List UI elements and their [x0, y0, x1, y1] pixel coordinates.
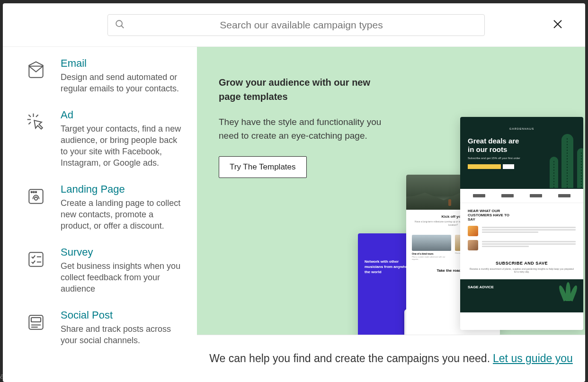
campaign-desc: Get business insights when you collect f…: [61, 260, 183, 295]
template-mockups: BAND Network with other musicians from a…: [344, 117, 585, 335]
svg-line-1: [121, 26, 124, 28]
campaign-item-landing-page[interactable]: Landing Page Create a landing page to co…: [26, 178, 183, 240]
card-title: One of a kind tours: [412, 252, 451, 255]
campaign-title: Social Post: [61, 309, 183, 321]
campaign-title: Survey: [61, 246, 183, 258]
svg-line-6: [28, 115, 31, 117]
modal-header: [3, 3, 585, 47]
footer-text: We can help you find and create the camp…: [209, 352, 490, 365]
svg-line-7: [36, 115, 38, 117]
close-button[interactable]: [551, 18, 564, 32]
let-us-guide-you-link[interactable]: Let us guide you: [493, 352, 573, 365]
mockup-hero-title: Great deals are in our roots: [468, 137, 525, 154]
testimonial-heading: HEAR WHAT OUR CUSTOMERS HAVE TO SAY: [468, 209, 510, 222]
svg-point-12: [36, 191, 37, 193]
social-post-icon: [26, 312, 46, 333]
svg-rect-14: [29, 252, 43, 266]
search-icon: [115, 19, 125, 31]
email-icon: [26, 60, 46, 81]
landing-page-icon: [26, 186, 46, 207]
mockup-brand: GARDENHAUS: [468, 127, 576, 130]
try-templates-button[interactable]: Try The Templates: [219, 156, 307, 178]
modal-footer: We can help you find and create the camp…: [197, 335, 585, 382]
campaign-title: Landing Page: [61, 183, 183, 195]
campaign-desc: Create a landing page to collect new con…: [61, 197, 183, 232]
mockup-gardenhaus: GARDENHAUS Great deals are in our roots …: [460, 117, 583, 330]
campaign-item-social-post[interactable]: Social Post Share and track posts across…: [26, 303, 183, 355]
svg-point-10: [31, 191, 33, 193]
campaign-title: Email: [61, 57, 183, 70]
campaign-type-list[interactable]: Email Design and send automated or regul…: [3, 47, 197, 382]
campaign-type-modal: Email Design and send automated or regul…: [3, 3, 585, 382]
campaign-title: Ad: [61, 109, 183, 121]
campaign-desc: Design and send automated or regular ema…: [61, 71, 183, 95]
modal-body: Email Design and send automated or regul…: [3, 47, 585, 382]
svg-line-8: [28, 122, 31, 124]
promo-banner: Grow your audience with our new page tem…: [197, 47, 585, 335]
svg-point-11: [33, 191, 35, 193]
svg-point-0: [116, 20, 122, 27]
ad-click-icon: [26, 112, 46, 133]
survey-icon: [26, 249, 46, 270]
subscribe-heading: SUBSCRIBE AND SAVE: [460, 256, 583, 267]
promo-title: Grow your audience with our new page tem…: [219, 75, 380, 104]
search-input[interactable]: [125, 19, 478, 31]
campaign-desc: Target your contacts, find a new audienc…: [61, 123, 183, 169]
svg-point-13: [35, 197, 37, 200]
svg-rect-18: [31, 317, 41, 321]
close-icon: [552, 18, 563, 32]
search-box[interactable]: [107, 14, 485, 36]
campaign-item-survey[interactable]: Survey Get business insights when you co…: [26, 240, 183, 303]
campaign-item-ad[interactable]: Ad Target your contacts, find a new audi…: [26, 103, 183, 178]
campaign-desc: Share and track posts across your social…: [61, 323, 183, 346]
campaign-item-email[interactable]: Email Design and send automated or regul…: [26, 52, 183, 103]
main-panel: Grow your audience with our new page tem…: [197, 47, 585, 382]
